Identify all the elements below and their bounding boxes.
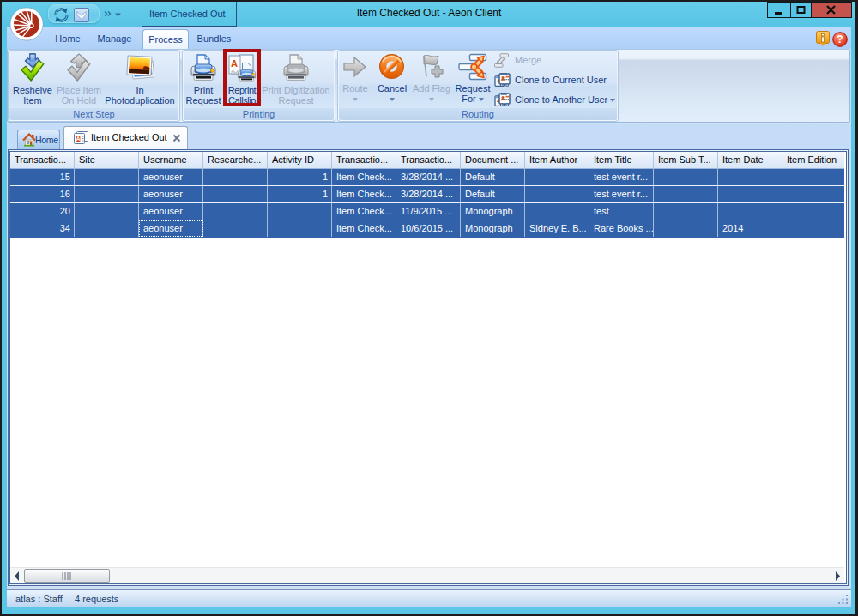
svg-text:?: ? xyxy=(837,33,843,45)
svg-text:A: A xyxy=(76,136,81,142)
